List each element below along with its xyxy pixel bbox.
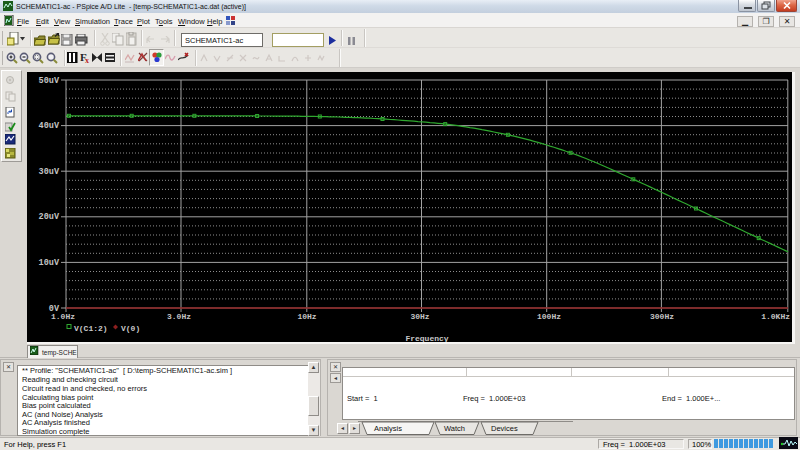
svg-text:30uV: 30uV xyxy=(39,167,60,177)
svg-text:100Hz: 100Hz xyxy=(537,312,561,321)
svg-text:V(0): V(0) xyxy=(121,324,140,333)
svg-text:V(C1:2): V(C1:2) xyxy=(74,324,108,333)
svg-text:Devices: Devices xyxy=(491,424,518,433)
svg-text:3.0Hz: 3.0Hz xyxy=(167,312,191,321)
svg-text:10Hz: 10Hz xyxy=(297,312,316,321)
svg-text:40uV: 40uV xyxy=(39,121,60,131)
svg-text:1.0Hz: 1.0Hz xyxy=(51,312,75,321)
svg-text:50uV: 50uV xyxy=(39,76,60,86)
svg-text:20uV: 20uV xyxy=(39,212,60,222)
svg-text:x: x xyxy=(85,56,89,63)
svg-text:Watch: Watch xyxy=(444,424,465,433)
svg-text:1.0KHz: 1.0KHz xyxy=(761,312,790,321)
svg-text:300Hz: 300Hz xyxy=(650,312,674,321)
svg-text:10uV: 10uV xyxy=(39,258,60,268)
svg-text:Analysis: Analysis xyxy=(374,424,402,433)
svg-text:Frequency: Frequency xyxy=(405,334,448,342)
svg-text:30Hz: 30Hz xyxy=(410,312,429,321)
